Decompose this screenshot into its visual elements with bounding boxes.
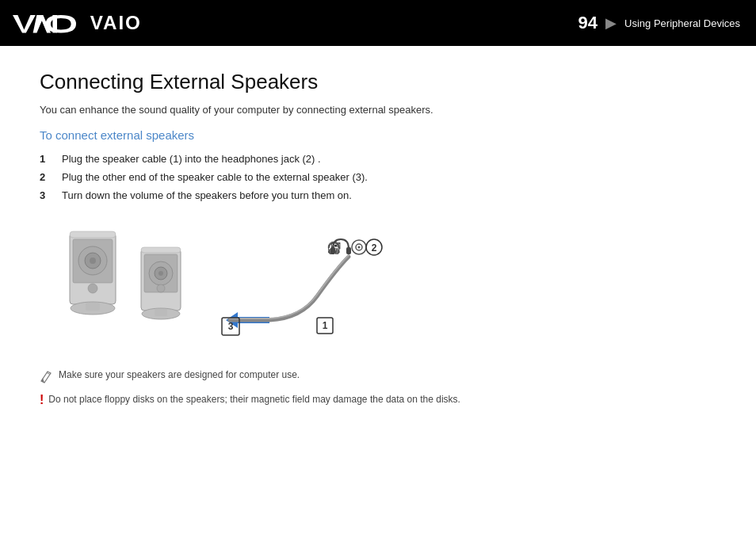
svg-text:2: 2 xyxy=(372,242,377,254)
svg-point-18 xyxy=(157,284,165,292)
step-2-text: Plug the other end of the speaker cable … xyxy=(62,171,368,183)
svg-marker-0 xyxy=(13,15,36,32)
svg-rect-25 xyxy=(330,247,335,254)
header-section-title: Using Peripheral Devices xyxy=(624,17,740,29)
step-1-number: 1 xyxy=(40,153,51,165)
warning-area: ! Do not place floppy disks on the speak… xyxy=(40,394,716,406)
section-subtitle: To connect external speakers xyxy=(40,128,716,142)
intro-text: You can enhance the sound quality of you… xyxy=(40,104,716,116)
svg-point-29 xyxy=(358,246,361,249)
steps-list: 1 Plug the speaker cable (1) into the he… xyxy=(40,153,716,201)
svg-text:3: 3 xyxy=(228,321,234,332)
page-title: Connecting External Speakers xyxy=(40,70,716,94)
page-number: 94 xyxy=(578,13,598,33)
warning-text: Do not place floppy disks on the speaker… xyxy=(48,394,460,405)
svg-text:VAIO: VAIO xyxy=(90,12,142,33)
vaio-logo: VAIO xyxy=(13,12,170,34)
page-content: Connecting External Speakers You can enh… xyxy=(0,46,756,432)
svg-point-9 xyxy=(88,284,97,293)
speaker-left xyxy=(70,231,116,315)
step-2: 2 Plug the other end of the speaker cabl… xyxy=(40,171,716,183)
svg-rect-11 xyxy=(86,303,100,311)
step-3-text: Turn down the volume of the speakers bef… xyxy=(62,189,352,201)
header-arrow-icon: ▶ xyxy=(605,14,617,32)
page-header: VAIO 94 ▶ Using Peripheral Devices xyxy=(0,0,756,46)
svg-rect-26 xyxy=(346,247,351,254)
svg-point-17 xyxy=(158,271,163,276)
note-text: Make sure your speakers are designed for… xyxy=(59,369,300,380)
step-3: 3 Turn down the volume of the speakers b… xyxy=(40,189,716,201)
svg-rect-20 xyxy=(155,309,167,316)
speaker-right xyxy=(141,247,181,319)
step-2-number: 2 xyxy=(40,171,51,183)
step-1-text: Plug the speaker cable (1) into the head… xyxy=(62,153,321,165)
svg-rect-12 xyxy=(70,231,116,238)
step-1: 1 Plug the speaker cable (1) into the he… xyxy=(40,153,716,165)
note-pencil: Make sure your speakers are designed for… xyxy=(40,369,716,387)
warning-icon: ! xyxy=(40,394,44,406)
svg-rect-21 xyxy=(141,247,181,253)
step-3-number: 3 xyxy=(40,189,51,201)
connection-diagram: ✉ 🎧 2 1 3 xyxy=(55,217,388,352)
svg-point-8 xyxy=(90,257,96,264)
note-area: Make sure your speakers are designed for… xyxy=(40,369,716,406)
header-right: 94 ▶ Using Peripheral Devices xyxy=(578,13,740,33)
svg-text:1: 1 xyxy=(323,320,328,331)
pencil-icon xyxy=(40,370,54,387)
diagram-area: ✉ 🎧 2 1 3 xyxy=(55,217,388,352)
